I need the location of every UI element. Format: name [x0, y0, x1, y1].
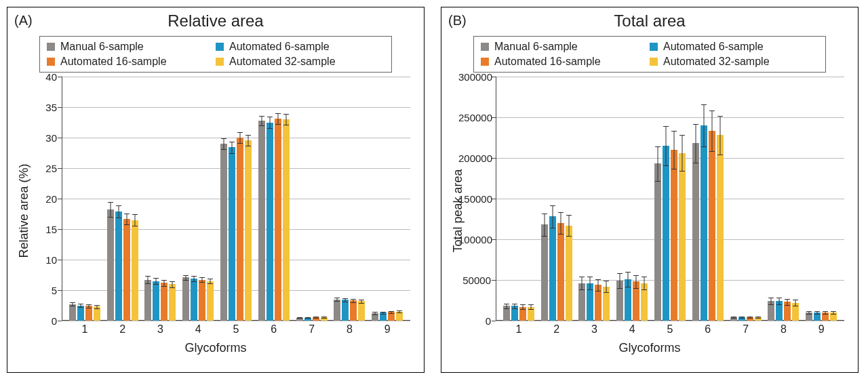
error-cap-bottom	[145, 283, 151, 284]
error-cap-bottom	[199, 282, 205, 283]
bar-group	[255, 119, 293, 321]
legend-swatch-icon	[650, 58, 658, 66]
x-tick-label: 1	[500, 323, 538, 336]
x-tick-label: 7	[293, 323, 331, 336]
bar	[633, 281, 639, 321]
error-cap-bottom	[161, 286, 167, 287]
chart-title: Total area	[441, 12, 858, 31]
legend-label: Automated 6-sample	[663, 41, 764, 53]
legend-entry: Automated 16-sample	[47, 54, 216, 69]
bar	[755, 317, 762, 321]
error-bar	[202, 277, 203, 282]
error-cap-top	[595, 279, 601, 280]
error-cap-bottom	[625, 287, 631, 287]
legend-swatch-icon	[216, 43, 224, 51]
error-bar	[787, 299, 788, 306]
error-cap-bottom	[768, 304, 774, 305]
error-cap-bottom	[717, 155, 723, 155]
error-bar	[674, 131, 675, 168]
error-cap-bottom	[579, 289, 585, 290]
error-cap-bottom	[313, 318, 319, 319]
bar	[730, 317, 737, 321]
bar	[806, 313, 812, 321]
y-tick-label: 100000	[458, 234, 491, 245]
bar-group	[217, 138, 255, 321]
error-cap-top	[221, 138, 226, 139]
x-tick-label: 9	[368, 323, 406, 336]
error-cap-top	[94, 305, 100, 306]
bar	[123, 219, 130, 321]
legend-entry: Automated 32-sample	[216, 54, 384, 69]
error-cap-bottom	[747, 318, 753, 319]
error-cap-bottom	[558, 234, 564, 235]
error-bar	[552, 205, 553, 228]
bar	[663, 146, 669, 321]
y-axis-label: Relative area (%)	[17, 163, 31, 258]
error-cap-top	[579, 277, 585, 277]
bar	[822, 313, 829, 321]
bar	[132, 220, 138, 321]
bar	[738, 317, 745, 321]
error-cap-bottom	[334, 301, 340, 302]
error-cap-bottom	[617, 288, 623, 289]
bar	[372, 313, 378, 321]
error-cap-bottom	[116, 218, 121, 218]
bar	[396, 312, 403, 321]
bar-group	[802, 313, 840, 321]
x-tick-labels: 123456789	[62, 323, 410, 336]
error-cap-bottom	[297, 318, 302, 319]
grid-line	[62, 321, 410, 321]
error-cap-bottom	[259, 125, 264, 126]
bar	[313, 317, 319, 321]
error-bar	[582, 277, 583, 289]
error-cap-bottom	[814, 314, 820, 315]
plot-area: 0510152025303540	[62, 77, 410, 321]
error-cap-top	[153, 278, 159, 279]
legend-label: Automated 16-sample	[60, 56, 167, 68]
bar-group	[500, 306, 538, 321]
error-bar	[134, 214, 135, 225]
legend-swatch-icon	[47, 43, 55, 51]
error-cap-bottom	[633, 288, 639, 289]
legend-entry: Automated 32-sample	[650, 54, 818, 69]
error-bar	[682, 135, 683, 171]
bar	[191, 279, 197, 321]
x-tick-label: 2	[538, 323, 576, 336]
error-cap-bottom	[229, 153, 235, 154]
error-cap-bottom	[221, 149, 226, 150]
error-cap-top	[359, 300, 364, 300]
bar	[182, 277, 189, 321]
legend-label: Automated 32-sample	[663, 56, 770, 68]
error-cap-bottom	[701, 146, 707, 147]
error-bar	[598, 279, 599, 291]
legend-entry: Automated 6-sample	[216, 39, 384, 54]
bar	[717, 135, 724, 321]
bar	[503, 306, 510, 321]
error-cap-top	[504, 304, 509, 304]
error-cap-top	[86, 304, 92, 305]
error-cap-top	[351, 299, 356, 300]
legend-entry: Automated 6-sample	[650, 39, 818, 54]
error-cap-top	[550, 205, 555, 206]
bar	[69, 304, 76, 321]
error-cap-bottom	[604, 292, 609, 293]
bar	[321, 317, 328, 321]
bar	[654, 163, 661, 321]
error-bar	[506, 304, 507, 308]
legend-label: Automated 16-sample	[494, 56, 601, 68]
bar	[603, 287, 610, 321]
error-cap-bottom	[793, 306, 798, 306]
x-tick-label: 9	[802, 323, 840, 336]
bar	[679, 153, 686, 321]
figure-panels: (A)Relative areaManual 6-sampleAutomated…	[7, 7, 861, 373]
error-cap-bottom	[671, 169, 677, 169]
error-bar	[658, 146, 658, 180]
chart-title: Relative area	[7, 12, 424, 31]
y-tick-label: 25	[24, 163, 57, 174]
legend-swatch-icon	[481, 43, 489, 51]
error-bar	[522, 304, 523, 309]
error-cap-bottom	[170, 287, 175, 288]
error-cap-bottom	[566, 236, 572, 237]
bar	[380, 313, 387, 321]
error-bar	[590, 277, 591, 289]
